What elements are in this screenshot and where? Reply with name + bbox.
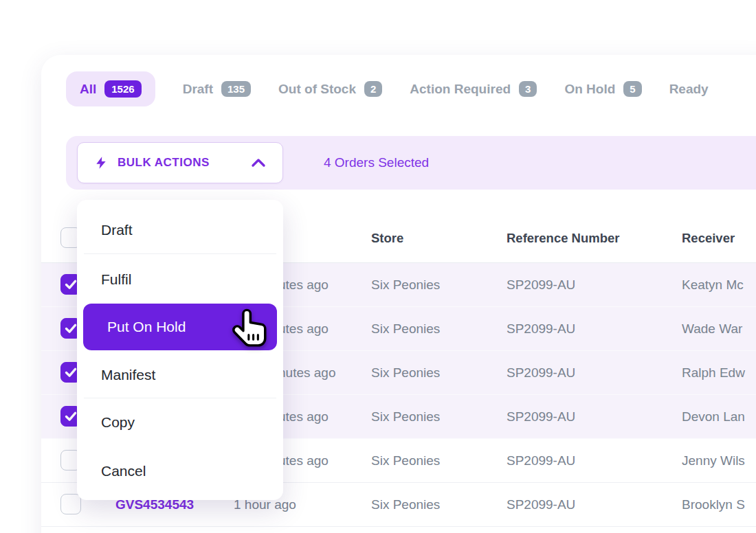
tab-label: Draft [183, 82, 213, 97]
bulk-actions-button[interactable]: BULK ACTIONS [77, 142, 283, 183]
reference-number: SP2099-AU [507, 409, 575, 424]
reference-number: SP2099-AU [507, 277, 575, 293]
column-header-receiver: Receiver [682, 231, 735, 246]
menu-item-fulfil[interactable]: Fulfil [77, 271, 283, 289]
created-time: nutes ago [278, 365, 335, 381]
tabs-bar: All1526Draft135Out of Stock2Action Requi… [66, 71, 709, 106]
menu-item-label: Cancel [101, 463, 146, 479]
selection-count-text: 4 Orders Selected [324, 155, 429, 170]
chevron-up-icon [251, 158, 266, 168]
tab-action-required[interactable]: Action Required3 [410, 72, 537, 106]
tab-label: On Hold [564, 82, 615, 97]
store-name: Six Peonies [371, 409, 440, 424]
bulk-actions-bar: BULK ACTIONS 4 Orders Selected [66, 136, 756, 190]
store-name: Six Peonies [371, 497, 440, 512]
row-checkbox[interactable] [60, 494, 81, 514]
tab-count-badge: 5 [623, 81, 641, 97]
tab-label: Out of Stock [278, 82, 356, 97]
menu-item-draft[interactable]: Draft [77, 222, 283, 240]
receiver-name: Brooklyn S [682, 497, 745, 512]
receiver-name: Ralph Edw [682, 365, 745, 381]
menu-item-label: Fulfil [101, 271, 131, 288]
menu-divider [84, 253, 276, 254]
column-header-store: Store [371, 231, 403, 246]
app-canvas: All1526Draft135Out of Stock2Action Requi… [0, 0, 756, 533]
receiver-name: Keatyn Mc [682, 277, 744, 293]
tab-out-of-stock[interactable]: Out of Stock2 [278, 72, 382, 106]
tab-label: Ready [669, 82, 709, 97]
tab-ready[interactable]: Ready [669, 73, 709, 106]
reference-number: SP2099-AU [507, 453, 575, 468]
receiver-name: Jenny Wils [682, 453, 745, 468]
orders-panel: All1526Draft135Out of Stock2Action Requi… [41, 55, 756, 533]
store-name: Six Peonies [371, 365, 440, 381]
tab-count-badge: 1526 [104, 80, 141, 98]
store-name: Six Peonies [371, 277, 440, 293]
tab-label: All [80, 82, 96, 97]
receiver-name: Devon Lan [682, 409, 745, 424]
tab-count-badge: 2 [364, 81, 382, 97]
tab-count-badge: 3 [519, 81, 537, 97]
column-header-reference-number: Reference Number [507, 231, 620, 246]
menu-item-label: Put On Hold [107, 319, 186, 335]
store-name: Six Peonies [371, 321, 440, 337]
tab-all[interactable]: All1526 [66, 71, 155, 106]
hand-pointer-cursor [231, 307, 268, 352]
lightning-bolt-icon [94, 155, 108, 171]
reference-number: SP2099-AU [507, 497, 575, 512]
receiver-name: Wade War [682, 321, 742, 337]
reference-number: SP2099-AU [507, 321, 575, 337]
created-time: utes ago [278, 453, 329, 468]
created-time: utes ago [278, 409, 329, 424]
menu-item-label: Copy [101, 414, 135, 431]
menu-item-cancel[interactable]: Cancel [77, 463, 283, 481]
menu-item-label: Draft [101, 222, 133, 238]
menu-item-manifest[interactable]: Manifest [77, 367, 283, 385]
tab-draft[interactable]: Draft135 [183, 72, 251, 106]
menu-item-copy[interactable]: Copy [77, 414, 283, 432]
created-time: utes ago [278, 321, 329, 337]
bulk-actions-label: BULK ACTIONS [118, 156, 210, 170]
store-name: Six Peonies [371, 453, 440, 468]
tab-on-hold[interactable]: On Hold5 [564, 72, 641, 106]
tab-label: Action Required [410, 82, 511, 97]
menu-divider [84, 398, 276, 398]
menu-item-label: Manifest [101, 367, 155, 383]
tab-count-badge: 135 [221, 81, 251, 97]
created-time: utes ago [278, 277, 329, 293]
reference-number: SP2099-AU [507, 365, 575, 381]
